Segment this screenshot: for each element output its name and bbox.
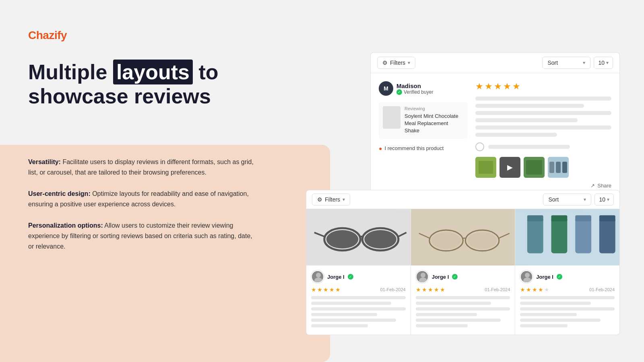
grid-count-dropdown[interactable]: 10 ▾ xyxy=(594,193,614,206)
grid-card-2-body: Jorge I ✓ ★ ★ ★ ★ ★ 01-Feb-2024 xyxy=(411,265,515,335)
headline: Multiple layouts to showcase reviews xyxy=(28,60,262,109)
c2-text-3 xyxy=(416,307,510,311)
text-line-4 xyxy=(475,118,578,122)
circle-placeholder xyxy=(475,142,484,151)
reviewer-name: Madison xyxy=(396,82,433,89)
logo-black-text: Chazi xyxy=(28,29,57,41)
recommend-row: ● I recommend this product xyxy=(379,145,467,152)
star-5: ★ xyxy=(512,81,520,92)
headline-part2: to xyxy=(193,60,219,84)
grid-card-2-stars: ★ ★ ★ ★ ★ xyxy=(416,286,445,293)
grid-widget: ⚙ Filters ▾ Sort ▾ 10 ▾ xyxy=(306,190,620,335)
list-filters-label: Filters xyxy=(390,60,405,66)
grid-card-2: Jorge I ✓ ★ ★ ★ ★ ★ 01-Feb-2024 xyxy=(411,209,516,335)
product-image xyxy=(383,106,400,129)
headline-line2: showcase reviews xyxy=(28,84,211,108)
product-reviewing: Reviewing Soylent Mint Chocolate Meal Re… xyxy=(379,102,467,139)
grid-sort-label: Sort xyxy=(548,196,559,203)
text-line-6 xyxy=(475,133,557,137)
share-icon: ↗ xyxy=(590,183,595,189)
text-line-5 xyxy=(475,125,611,130)
thumb-3 xyxy=(524,157,545,178)
stars-row: ★ ★ ★ ★ ★ xyxy=(475,81,611,92)
c2-text-4 xyxy=(416,313,477,316)
product-name: Soylent Mint Chocolate Meal Replacement … xyxy=(405,113,463,135)
verified-text: Verified buyer xyxy=(404,89,433,95)
reviewer-info: Madison ✓ Verified buyer xyxy=(396,82,433,95)
grid-card-3-verified-icon: ✓ xyxy=(557,274,562,280)
grid-count-chevron-icon: ▾ xyxy=(607,197,609,202)
recommend-text: I recommend this product xyxy=(384,145,444,151)
headline-highlight: layouts xyxy=(113,60,193,84)
grid-sort-dropdown[interactable]: Sort ▾ xyxy=(543,193,591,206)
list-count-dropdown[interactable]: 10 ▾ xyxy=(594,57,613,69)
grid-card-3-stars-row: ★ ★ ★ ★ ★ 01-Feb-2024 xyxy=(520,286,615,293)
product-label: Reviewing xyxy=(405,106,463,111)
c2-star-3: ★ xyxy=(428,286,433,293)
feature-user-centric: User-centric design: Optimize layouts fo… xyxy=(28,189,258,209)
grid-card-3-name: Jorge I xyxy=(536,274,553,280)
grid-sort-chevron-icon: ▾ xyxy=(584,197,586,202)
review-card: M Madison ✓ Verified buyer Reviewing Soy… xyxy=(370,73,620,197)
svg-point-28 xyxy=(421,273,425,278)
grid-filter-icon: ⚙ xyxy=(317,196,322,203)
c3-star-3: ★ xyxy=(532,286,537,293)
grid-card-2-avatar-row: Jorge I ✓ xyxy=(416,270,510,283)
filters-chevron-icon: ▾ xyxy=(408,60,410,66)
svg-rect-32 xyxy=(527,215,543,221)
svg-rect-5 xyxy=(549,162,554,173)
c3-text-1 xyxy=(520,296,615,299)
grid-card-3-avatar xyxy=(520,270,533,283)
svg-rect-1 xyxy=(479,161,493,174)
list-sort-label: Sort xyxy=(547,60,558,66)
thumb-1 xyxy=(475,157,496,178)
grid-card-1-image xyxy=(306,209,411,265)
list-count-label: 10 xyxy=(598,60,605,66)
text-line-3 xyxy=(475,111,611,115)
verified-badge: ✓ Verified buyer xyxy=(396,89,433,95)
c3-text-6 xyxy=(520,324,567,327)
feature-user-centric-title: User-centric design: xyxy=(28,190,91,197)
star-4: ★ xyxy=(503,81,511,92)
svg-point-26 xyxy=(467,232,497,249)
grid-card-1-avatar-row: Jorge I ✓ xyxy=(311,270,406,283)
left-content: Multiple layouts to showcase reviews xyxy=(28,60,262,109)
c1-text-3 xyxy=(311,307,406,311)
feature-versatility-text: Facilitate users to display reviews in d… xyxy=(28,158,254,176)
list-filters-button[interactable]: ⚙ Filters ▾ xyxy=(377,57,415,69)
list-filter-right: Sort ▾ 10 ▾ xyxy=(542,57,613,69)
share-label: Share xyxy=(597,183,611,189)
recommend-icon: ● xyxy=(379,145,382,152)
svg-point-14 xyxy=(326,230,359,249)
grid-filter-bar: ⚙ Filters ▾ Sort ▾ 10 ▾ xyxy=(306,190,620,209)
grid-card-1-avatar xyxy=(311,270,324,283)
c1-text-2 xyxy=(311,302,391,305)
svg-rect-36 xyxy=(576,215,592,221)
star-2: ★ xyxy=(485,81,493,92)
c1-text-4 xyxy=(311,313,377,316)
verified-icon: ✓ xyxy=(396,89,402,95)
svg-rect-37 xyxy=(599,217,615,253)
feature-personalization-title: Personalization options: xyxy=(28,222,103,229)
svg-rect-34 xyxy=(551,215,568,221)
svg-rect-31 xyxy=(527,217,543,253)
circle-text-line xyxy=(488,145,570,149)
c3-star-2: ★ xyxy=(526,286,531,293)
c1-star-3: ★ xyxy=(323,286,328,293)
review-right: ★ ★ ★ ★ ★ xyxy=(475,81,611,189)
grid-filters-button[interactable]: ⚙ Filters ▾ xyxy=(312,193,350,206)
grid-card-2-date: 01-Feb-2024 xyxy=(485,287,510,292)
list-sort-dropdown[interactable]: Sort ▾ xyxy=(542,57,590,69)
svg-rect-33 xyxy=(551,217,568,253)
logo: Chazify xyxy=(28,29,67,42)
c3-star-1: ★ xyxy=(520,286,525,293)
grid-card-2-name: Jorge I xyxy=(432,274,449,280)
grid-card-3-image xyxy=(515,209,619,265)
headline-part1: Multiple xyxy=(28,60,113,84)
svg-rect-7 xyxy=(562,162,567,173)
star-1: ★ xyxy=(475,81,483,92)
grid-card-1-name: Jorge I xyxy=(327,274,345,280)
grid-card-2-verified-icon: ✓ xyxy=(452,274,458,280)
share-row: ↗ Share xyxy=(475,183,611,189)
grid-filters-label: Filters xyxy=(325,196,340,203)
